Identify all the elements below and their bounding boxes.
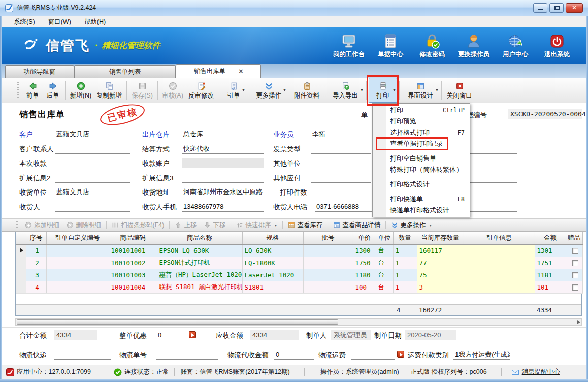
col-header[interactable]: 引单自定义编号	[46, 232, 109, 244]
consignee-phone-field[interactable]: 0371-6666888	[315, 202, 381, 212]
payment-field[interactable]	[55, 158, 130, 168]
menu-item-print-express[interactable]: 打印快递单 F8	[373, 194, 470, 205]
table-row[interactable]: 1 100101001EPSON LQ-630K LQ-630K 1300台 1…	[16, 244, 582, 257]
gift-checkbox[interactable]	[572, 284, 578, 291]
logistics-express-field[interactable]	[54, 349, 111, 360]
view-stock-button[interactable]: 查看库存	[284, 219, 326, 231]
covered-field[interactable]	[470, 129, 517, 139]
covered-field[interactable]	[470, 187, 517, 197]
print-button[interactable]: 打印 ▼	[369, 78, 397, 103]
menu-item-print[interactable]: 打印 Ctrl+P	[373, 105, 470, 116]
tab-close-icon[interactable]: ×	[239, 67, 243, 75]
table-row[interactable]: 3 100101003惠普（HP）LaserJet 1020 LaserJet …	[16, 269, 582, 281]
prev-doc-button[interactable]: 前单	[22, 78, 43, 103]
menu-item-express-format-design[interactable]: 快递单打印格式设计	[373, 205, 470, 216]
gift-checkbox[interactable]	[572, 260, 578, 266]
nav-exit-system[interactable]: 退出系统	[536, 33, 578, 59]
col-header[interactable]: 引单信息	[464, 232, 535, 244]
tab-sales-outbound[interactable]: 销售出库单 ×	[176, 64, 261, 78]
col-header[interactable]: 单位	[376, 232, 393, 244]
settlement-field[interactable]: 快递代收	[182, 144, 264, 154]
next-doc-button[interactable]: 后单	[43, 78, 63, 103]
tab-nav-panel[interactable]: 功能导航窗	[5, 65, 74, 78]
grid-more-actions-button[interactable]: 更多操作 ▼	[387, 219, 436, 231]
menu-item-view-print-records[interactable]: 查看单据打印记录	[373, 138, 470, 149]
attachments-button[interactable]: 附件资料	[291, 78, 322, 103]
other-payable-field[interactable]	[311, 173, 371, 183]
pull-doc-button[interactable]: 引单 ▼	[221, 78, 246, 103]
message-center-link[interactable]: 消息提醒中心	[522, 368, 560, 376]
consignee-unit-field[interactable]: 蓝猫文具店	[55, 187, 130, 197]
invoice-type-field[interactable]	[311, 144, 371, 154]
nav-document-center[interactable]: 单据中心	[370, 33, 411, 59]
covered-field[interactable]	[470, 144, 517, 154]
customer-field[interactable]: 蓝猫文具店	[55, 129, 130, 139]
consignee-field[interactable]	[55, 202, 130, 212]
col-header[interactable]: 商品名称	[157, 232, 242, 244]
status-message-center[interactable]: 消息提醒中心	[511, 368, 560, 376]
freight-pay-type-field[interactable]: 1我方付运费(生成运	[453, 349, 510, 360]
menu-item-print-blank-sales[interactable]: 打印空白销售单	[373, 153, 470, 164]
col-header[interactable]: 金额	[535, 232, 566, 244]
tracking-no-field[interactable]	[156, 349, 218, 360]
import-export-button[interactable]: 导入导出 ▼	[326, 78, 364, 103]
account-field[interactable]	[182, 158, 264, 168]
nav-switch-operator[interactable]: 更换操作员	[453, 33, 495, 59]
menu-window[interactable]: 窗口(W)	[42, 18, 78, 26]
close-button[interactable]: ✕	[566, 3, 583, 13]
more-actions-button[interactable]: 更多操作 ▼	[250, 78, 287, 103]
customer-contact-field[interactable]	[55, 144, 130, 154]
freight-action-icon[interactable]	[397, 351, 404, 358]
col-header[interactable]: 单价	[353, 232, 376, 244]
col-header[interactable]: 规格	[242, 232, 303, 244]
col-header[interactable]: 序号	[26, 232, 46, 244]
close-window-button[interactable]: 关闭窗口	[444, 78, 475, 103]
salesperson-field[interactable]: 李拓	[311, 129, 371, 139]
reverse-audit-button[interactable]: 反审修改	[185, 78, 217, 103]
brand-logo-icon	[22, 36, 42, 55]
menu-item-print-preview[interactable]: 打印预览	[373, 116, 470, 127]
print-count-field[interactable]	[315, 187, 371, 197]
col-header[interactable]: 批号	[303, 232, 353, 244]
col-header[interactable]: 赠品	[566, 232, 582, 244]
table-row[interactable]: 2 100101002EPSON针式打印机 LQ-1800K 1750台 177…	[16, 257, 582, 269]
col-header[interactable]: 商品编码	[109, 232, 157, 244]
tab-label: 销售单列表	[109, 68, 141, 76]
maximize-button[interactable]	[549, 3, 564, 13]
menu-item-special-print[interactable]: 特殊打印（简体转繁体）	[373, 164, 470, 175]
covered-field[interactable]	[470, 158, 517, 168]
discount-action-icon[interactable]	[189, 331, 196, 338]
col-header[interactable]: 数量	[393, 232, 417, 244]
gift-checkbox[interactable]	[572, 248, 578, 254]
other-unit-field[interactable]	[311, 158, 371, 168]
horizontal-scrollbar[interactable]	[15, 318, 582, 326]
gift-checkbox[interactable]	[572, 272, 578, 278]
menu-item-print-format-design[interactable]: 打印格式设计	[373, 179, 470, 190]
view-product-detail-button[interactable]: 查看商品详情	[330, 219, 384, 231]
menu-help[interactable]: 帮助(H)	[78, 18, 112, 26]
covered-field[interactable]	[470, 173, 517, 183]
copy-new-button[interactable]: 复制新增	[94, 78, 124, 103]
scrollbar-right-arrow-icon[interactable]	[577, 320, 580, 324]
ui-design-button[interactable]: 界面设计 ▼	[402, 78, 439, 103]
delivery-address-field[interactable]: 河南省郑州市金水区中原路	[182, 187, 277, 197]
warehouse-field[interactable]: 总仓库	[182, 129, 264, 139]
table-row[interactable]: 4 100101004联想 S1801 黑白激光打印机 S1801 100台 1…	[16, 281, 582, 293]
scrollbar-thumb[interactable]	[17, 319, 338, 325]
add-new-button[interactable]: 新增(N)	[68, 78, 94, 103]
ext-info2-field[interactable]	[55, 173, 130, 183]
tab-sales-list[interactable]: 销售单列表	[74, 65, 176, 78]
menu-system[interactable]: 系统(S)	[7, 18, 42, 26]
discount-field[interactable]: 0	[156, 330, 186, 340]
consignee-mobile-field[interactable]: 13488667978	[182, 202, 264, 212]
nav-my-workspace[interactable]: 我的工作台	[328, 33, 370, 59]
minimize-button[interactable]	[533, 3, 547, 13]
nav-user-center[interactable]: 用户中心	[495, 33, 536, 59]
covered-field[interactable]	[470, 202, 517, 212]
menu-item-select-format-print[interactable]: 选择格式打印 F7	[373, 127, 470, 138]
nav-change-password[interactable]: 修改密码	[411, 33, 453, 59]
col-header[interactable]: 当前库存数量	[417, 232, 464, 244]
cod-amount-field[interactable]: 0	[274, 349, 314, 360]
freight-field[interactable]	[351, 349, 395, 360]
ext-info3-field[interactable]	[182, 173, 264, 183]
